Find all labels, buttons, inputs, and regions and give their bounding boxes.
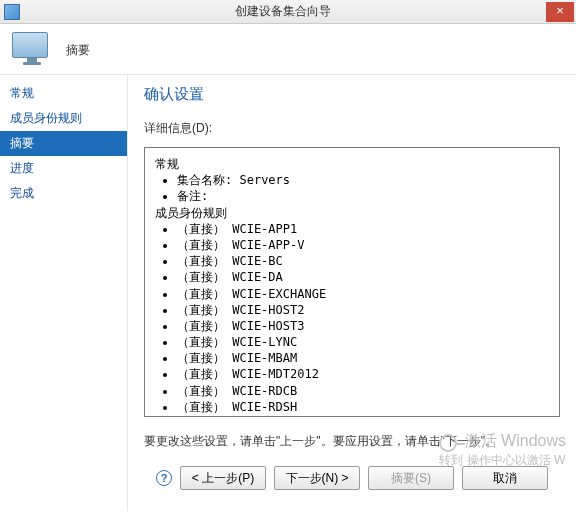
sidebar-item-progress[interactable]: 进度 bbox=[0, 156, 127, 181]
rule-item: （直接） WCIE-DA bbox=[177, 269, 549, 285]
summary-button[interactable]: 摘要(S) bbox=[368, 466, 454, 490]
previous-button[interactable]: < 上一步(P) bbox=[180, 466, 266, 490]
title-bar: 创建设备集合向导 × bbox=[0, 0, 576, 24]
section-rules-title: 成员身份规则 bbox=[155, 205, 549, 221]
close-button[interactable]: × bbox=[546, 2, 574, 22]
header-band: 摘要 bbox=[0, 24, 576, 75]
header-label: 摘要 bbox=[66, 42, 90, 59]
rule-item: （直接） WCIE-RDSH bbox=[177, 399, 549, 415]
rule-item: （直接） WCIE-MBAM bbox=[177, 350, 549, 366]
rule-item: （直接） WCIE-HOST3 bbox=[177, 318, 549, 334]
section-general-title: 常规 bbox=[155, 156, 549, 172]
rule-item: （直接） WCIE-BC bbox=[177, 253, 549, 269]
rule-item: （直接） WCIE-RDSH2 bbox=[177, 415, 549, 417]
window-title: 创建设备集合向导 bbox=[20, 3, 546, 20]
collection-name-label: 集合名称: bbox=[177, 173, 232, 187]
rules-list: （直接） WCIE-APP1（直接） WCIE-APP-V（直接） WCIE-B… bbox=[177, 221, 549, 417]
detail-box: 常规 集合名称: Servers 备注: 成员身份规则 （直接） WCIE-AP… bbox=[144, 147, 560, 417]
content-pane: 确认设置 详细信息(D): 常规 集合名称: Servers 备注: 成员身份规… bbox=[128, 75, 576, 511]
sidebar: 常规 成员身份规则 摘要 进度 完成 bbox=[0, 75, 128, 511]
comment-label: 备注: bbox=[177, 189, 208, 203]
sidebar-item-general[interactable]: 常规 bbox=[0, 81, 127, 106]
sidebar-item-completion[interactable]: 完成 bbox=[0, 181, 127, 206]
rule-item: （直接） WCIE-HOST2 bbox=[177, 302, 549, 318]
cancel-button[interactable]: 取消 bbox=[462, 466, 548, 490]
rule-item: （直接） WCIE-LYNC bbox=[177, 334, 549, 350]
instruction-text: 要更改这些设置，请单击"上一步"。要应用设置，请单击"下一步"。 bbox=[144, 433, 560, 450]
sidebar-item-membership-rules[interactable]: 成员身份规则 bbox=[0, 106, 127, 131]
rule-item: （直接） WCIE-APP-V bbox=[177, 237, 549, 253]
wizard-icon bbox=[12, 32, 52, 68]
rule-item: （直接） WCIE-MDT2012 bbox=[177, 366, 549, 382]
rule-item: （直接） WCIE-RDCB bbox=[177, 383, 549, 399]
sidebar-item-summary[interactable]: 摘要 bbox=[0, 131, 127, 156]
collection-name-value: Servers bbox=[239, 173, 290, 187]
page-title: 确认设置 bbox=[144, 85, 560, 104]
help-button[interactable]: ? bbox=[156, 470, 172, 486]
collection-name-row: 集合名称: Servers bbox=[177, 172, 549, 188]
main-area: 常规 成员身份规则 摘要 进度 完成 确认设置 详细信息(D): 常规 集合名称… bbox=[0, 75, 576, 511]
rule-item: （直接） WCIE-EXCHANGE bbox=[177, 286, 549, 302]
next-button[interactable]: 下一步(N) > bbox=[274, 466, 360, 490]
system-icon bbox=[4, 4, 20, 20]
rule-item: （直接） WCIE-APP1 bbox=[177, 221, 549, 237]
button-row: ? < 上一步(P) 下一步(N) > 摘要(S) 取消 bbox=[144, 460, 560, 500]
comment-row: 备注: bbox=[177, 188, 549, 204]
detail-label: 详细信息(D): bbox=[144, 120, 560, 137]
